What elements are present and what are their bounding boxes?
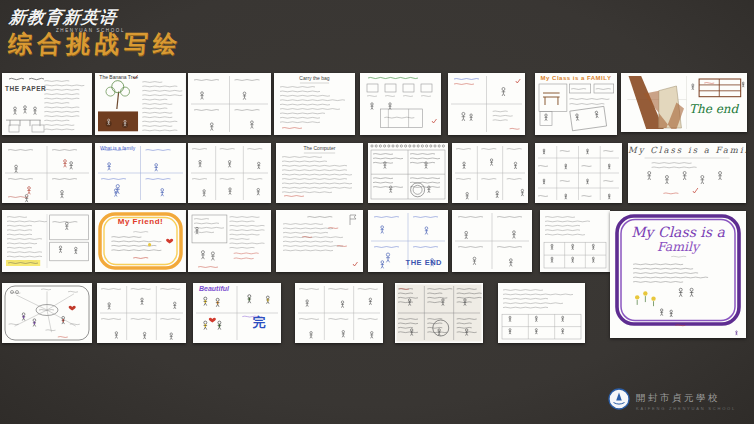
student-artwork-thumbnail [452,210,532,272]
student-artwork-thumbnail: What is a family [95,143,186,203]
artwork-title: What is a family [100,146,135,151]
artwork-sketch [188,73,271,135]
student-artwork-thumbnail: The end [621,73,747,132]
student-artwork-thumbnail [188,143,271,203]
artwork-sketch [276,143,363,203]
artwork-title: THE PAPER [5,86,41,93]
artwork-sketch [2,283,92,343]
artwork-sketch [360,73,441,135]
artwork-sketch [498,283,585,343]
artwork-title: THE END [406,259,442,267]
student-artwork-thumbnail: Beautiful完 [193,283,281,343]
footer-logo: 開封市貞元學校 KAIFENG ZHENYUAN SCHOOL [608,388,736,414]
student-artwork-thumbnail: Carry the bag [274,73,355,135]
artwork-title: My Class is a [610,225,746,240]
artwork-sketch [276,210,363,272]
student-artwork-thumbnail [535,143,622,203]
student-artwork-thumbnail [395,283,483,343]
artwork-sketch [448,73,525,135]
artwork-sketch [368,143,448,203]
artwork-sketch [540,210,610,272]
artwork-sketch [295,283,383,343]
student-artwork-thumbnail [97,283,186,343]
artwork-title: The Computer [285,146,355,151]
student-artwork-thumbnail [295,283,383,343]
student-artwork-thumbnail [360,73,441,135]
artwork-sketch [452,210,532,272]
student-artwork-thumbnail [2,283,92,343]
artwork-title: My Friend! [95,218,186,226]
artwork-sketch [452,143,528,203]
school-name: 開封市貞元學校 [636,392,736,405]
artwork-title: Beautiful [199,285,229,292]
artwork-title: My Class is a FAMILY [535,75,617,81]
student-artwork-thumbnail: My Friend! [95,210,186,272]
artwork-sketch [188,210,271,272]
artwork-sketch [2,143,92,203]
student-artwork-thumbnail [540,210,610,272]
artwork-sketch [2,210,92,272]
artwork-title: My Class is a Family [628,146,746,155]
student-artwork-thumbnail: My Class is a Family [628,143,746,203]
presentation-slide[interactable]: 新教育新英语 ZHENYUAN SCHOOL 综合挑战写绘 THE PAPER … [0,0,754,424]
artwork-sketch [97,283,186,343]
student-artwork-thumbnail [2,143,92,203]
student-artwork-thumbnail [2,210,92,272]
student-artwork-thumbnail [368,143,448,203]
artwork-sketch [395,283,483,343]
student-artwork-thumbnail: The Computer [276,143,363,203]
artwork-end-mark: 完 [239,316,279,330]
artwork-sketch [188,143,271,203]
artwork-sketch [535,73,617,135]
artwork-sketch [535,143,622,203]
artwork-sketch [2,73,92,135]
artwork-title-line2: Family [610,240,746,253]
student-artwork-thumbnail: My Class is aFamily [610,211,746,338]
school-emblem-icon [608,388,630,414]
student-artwork-thumbnail [452,143,528,203]
student-artwork-thumbnail: The Banana Tree [95,73,186,135]
student-artwork-thumbnail [188,73,271,135]
student-artwork-thumbnail [498,283,585,343]
artwork-gallery: THE PAPER The Banana Tree Carry the bag … [0,0,754,424]
student-artwork-thumbnail: My Class is a FAMILY [535,73,617,135]
artwork-title: The Banana Tree [97,75,141,80]
artwork-title: Carry the bag [282,76,347,81]
artwork-sketch [95,143,186,203]
artwork-sketch [95,73,186,135]
student-artwork-thumbnail: THE PAPER [2,73,92,135]
artwork-sketch [274,73,355,135]
student-artwork-thumbnail: THE END [368,210,448,272]
school-name-en: KAIFENG ZHENYUAN SCHOOL [636,406,736,411]
student-artwork-thumbnail [448,73,525,135]
student-artwork-thumbnail [276,210,363,272]
artwork-title: The end [689,103,738,116]
student-artwork-thumbnail [188,210,271,272]
